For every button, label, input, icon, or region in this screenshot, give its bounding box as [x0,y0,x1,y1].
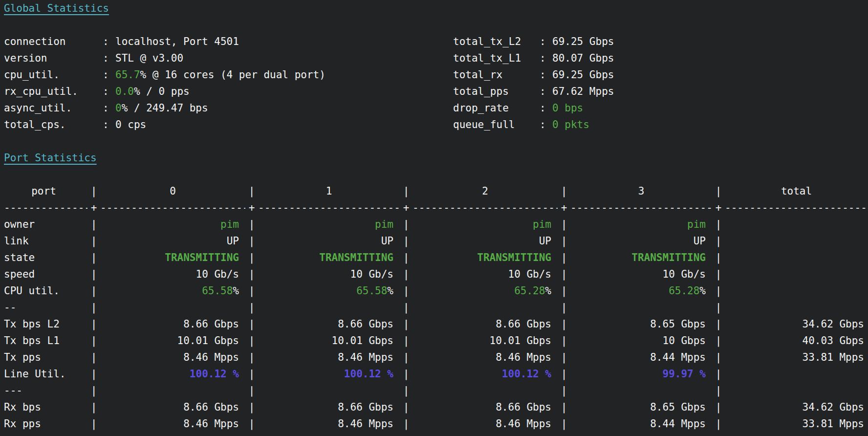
column-separator: | [712,299,725,316]
stat-value-text: 69.25 Gbps [552,36,614,47]
cell-value: 8.65 Gbps [570,316,712,332]
stat-value-text: STL @ v3.00 [115,52,183,64]
cell-value [258,299,400,316]
cell-value: 8.46 Mpps [258,349,400,366]
table-header-row: port|0|1|2|3|total [0,183,868,199]
cell-value: 100.12 % [412,366,558,382]
cell-value: 8.46 Mpps [412,349,558,366]
column-separator: | [558,382,570,399]
column-separator: | [245,332,258,349]
cell-value: TRANSMITTING [100,249,245,266]
column-separator: | [558,216,570,233]
column-separator: | [87,233,100,249]
port-statistics-title: Port Statistics [0,150,97,166]
cell-value: ------------------------------ [100,199,245,216]
stat-label: cpu_util. [0,66,103,83]
column-separator: | [245,183,258,199]
cell-part: % [545,285,551,297]
column-separator: | [712,432,725,436]
column-separator: | [87,316,100,332]
stat-label: total_tx_L1 [449,50,540,66]
column-separator: | [712,366,725,382]
column-separator: | [87,349,100,366]
stat-value-text: % / 249.47 bps [122,102,208,114]
column-separator: | [558,349,570,366]
stat-colon: : [540,116,552,133]
cell-value [412,299,558,316]
cell-value: 8.66 Gbps [100,399,245,415]
cell-value [725,266,868,283]
column-separator: | [245,233,258,249]
stat-colon: : [540,50,552,66]
column-separator: | [400,432,412,436]
cell-value [725,432,868,436]
column-separator: | [400,366,412,382]
column-separator: | [400,316,412,332]
cell-value: 100.12 % [100,366,245,382]
cell-value: 10 Gb/s [570,266,712,283]
table-row: owner|pim|pim|pim|pim| [0,216,868,233]
column-separator: | [245,249,258,266]
terminal-window: Global Statistics connection: localhost,… [0,0,868,436]
stat-value: 67.62 Mpps [552,83,868,100]
stat-value: 0 pkts [552,116,868,133]
cell-part: % [233,285,239,297]
cell-value [570,299,712,316]
stat-colon: : [540,100,552,116]
column-separator: | [87,299,100,316]
cell-value: pim [412,216,558,233]
table-row: Rx bps|8.66 Gbps|8.66 Gbps|8.66 Gbps|8.6… [0,399,868,415]
stat-label: queue_full [449,116,540,133]
column-separator: | [87,283,100,299]
column-separator: | [558,366,570,382]
column-separator: | [558,266,570,283]
column-separator: | [558,299,570,316]
cell-value: TRANSMITTING [570,249,712,266]
column-separator: | [87,183,100,199]
stat-colon: : [103,33,115,50]
column-header-total: total [725,183,868,199]
stat-colon: : [540,66,552,83]
cell-value: 8.44 Mpps [570,415,712,432]
column-separator: | [245,349,258,366]
row-label: Rx bps [0,399,87,415]
column-separator: | [87,249,100,266]
column-separator: | [400,283,412,299]
table-row: ------------------+---------------------… [0,199,868,216]
column-separator: | [558,415,570,432]
table-row: link|UP|UP|UP|UP| [0,233,868,249]
cell-value: UP [412,233,558,249]
stat-value-highlight: 0.0 [115,86,134,97]
cell-value: UP [100,233,245,249]
cell-value [725,382,868,399]
column-separator: | [712,399,725,415]
stat-colon: : [103,100,115,116]
column-separator: | [245,216,258,233]
cell-value: ------------------------------ [412,199,558,216]
cell-value [100,299,245,316]
cell-part: % [387,285,393,297]
column-separator: | [87,415,100,432]
column-separator: | [245,382,258,399]
cell-value [725,366,868,382]
cell-value: 8.66 Gbps [100,316,245,332]
stat-colon: : [103,66,115,83]
row-label: speed [0,266,87,283]
column-separator: | [245,432,258,436]
column-separator: | [558,332,570,349]
cell-value: 10 Gb/s [412,266,558,283]
column-separator: | [712,349,725,366]
column-header-2: 2 [412,183,558,199]
stat-value-text: 0 pkts [552,119,589,131]
column-separator: | [400,266,412,283]
table-row: Line Util.|100.12 %|100.12 %|100.12 %|99… [0,366,868,382]
cell-value: 10.01 Gbps [258,332,400,349]
cell-value [412,432,558,436]
cell-value: ------------------------------ [258,199,400,216]
stat-value: 80.07 Gbps [552,50,868,66]
column-separator: | [87,366,100,382]
spacer [0,166,868,183]
cell-value: ------------------------------ [725,199,868,216]
cell-value: 33.81 Mpps [725,349,868,366]
table-row: --||||| [0,299,868,316]
